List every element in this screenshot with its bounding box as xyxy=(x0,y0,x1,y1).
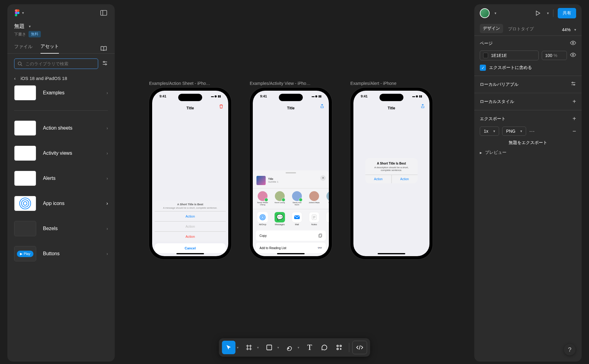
filter-button[interactable] xyxy=(102,60,108,68)
doc-title-row[interactable]: 無題 ▾ xyxy=(7,20,115,30)
section-page: ページ 100 % ✓ エクスポートに含める xyxy=(474,36,582,76)
alert-title: A Short Title Is Best xyxy=(369,162,414,165)
plus-icon[interactable]: + xyxy=(572,115,576,122)
section-local-styles[interactable]: ローカルスタイル + xyxy=(474,93,582,110)
export-scale-select[interactable]: 1x ▾ xyxy=(480,127,499,136)
activity-title: Title xyxy=(268,177,278,180)
apps-row: AirDrop 💬Messages Mail Notes Remi xyxy=(253,209,329,229)
frame-action-sheet[interactable]: Examples/Action Sheet - iPho… 9:41 ▬ ◉ ▮… xyxy=(149,81,231,259)
rectangle-tool[interactable] xyxy=(263,341,276,354)
frame-label[interactable]: Examples/Alert - iPhone xyxy=(350,81,433,86)
tab-file[interactable]: ファイル xyxy=(14,44,33,53)
dynamic-island xyxy=(178,94,202,101)
export-button[interactable]: 無題をエクスポート xyxy=(480,140,576,146)
frame-label[interactable]: Examples/Activity View - iPho… xyxy=(250,81,332,86)
pen-tool[interactable] xyxy=(283,341,296,354)
visibility-icon[interactable] xyxy=(570,53,576,58)
sheet-action-2: Action xyxy=(155,222,226,232)
asset-item-examples[interactable]: Examples › xyxy=(14,85,108,100)
frame-activity-view[interactable]: Examples/Activity View - iPho… 9:41 ▬ ◉ … xyxy=(250,81,332,259)
doc-title: 無題 xyxy=(14,23,25,30)
right-panel: ▾ ▾ 共有 デザイン プロトタイプ 44% ▾ ページ 100 xyxy=(474,4,582,362)
chevron-down-icon[interactable]: ▾ xyxy=(495,11,496,15)
phone-mockup: 9:41 ▬ ◉ ▮▮ Title Title Subtitle xyxy=(250,88,332,259)
asset-search-input[interactable] xyxy=(14,59,98,69)
color-swatch[interactable] xyxy=(483,53,488,58)
asset-item-alerts[interactable]: Alerts › xyxy=(14,171,108,186)
svg-point-11 xyxy=(21,200,29,207)
tab-design[interactable]: デザイン xyxy=(480,24,503,33)
preview-toggle[interactable]: ▸ プレビュー xyxy=(480,150,576,155)
svg-point-8 xyxy=(103,61,105,63)
toggle-sidebar-button[interactable] xyxy=(99,9,108,17)
nav-title: Title xyxy=(353,104,429,112)
figma-logo-icon xyxy=(14,9,20,17)
svg-point-29 xyxy=(574,84,575,85)
asset-item-app-icons[interactable]: App icons › xyxy=(14,196,108,211)
zoom-control[interactable]: 44% ▾ xyxy=(562,27,576,32)
shape-tool-chevron[interactable]: ▾ xyxy=(277,346,282,350)
settings-icon[interactable] xyxy=(571,81,576,88)
asset-item-bezels[interactable]: Bezels › xyxy=(14,221,108,236)
asset-thumb xyxy=(14,196,36,211)
svg-point-9 xyxy=(105,64,106,65)
svg-point-25 xyxy=(572,54,574,56)
chevron-right-icon: › xyxy=(106,176,108,181)
library-button[interactable] xyxy=(99,44,108,53)
opacity-input[interactable]: 100 % xyxy=(542,51,567,60)
nav-title: Title xyxy=(253,104,329,112)
comment-tool[interactable] xyxy=(318,341,331,354)
tab-prototype[interactable]: プロトタイプ xyxy=(507,24,535,36)
sheet-message: A message should be a short, complete se… xyxy=(158,207,223,209)
actions-tool[interactable] xyxy=(333,341,346,354)
svg-point-0 xyxy=(17,12,19,14)
svg-point-4 xyxy=(18,62,21,65)
home-indicator xyxy=(277,253,305,254)
asset-list: Examples › Action sheets › Activity view… xyxy=(7,85,115,362)
help-button[interactable]: ? xyxy=(564,344,576,355)
dev-mode-button[interactable] xyxy=(352,341,367,354)
asset-item-buttons[interactable]: ▶ Play Buttons › xyxy=(14,246,108,261)
frame-alert[interactable]: Examples/Alert - iPhone 9:41 ▬ ◉ ▮▮ Titl… xyxy=(350,81,433,259)
chevron-right-icon: › xyxy=(106,90,108,95)
svg-point-38 xyxy=(337,348,338,350)
asset-item-action-sheets[interactable]: Action sheets › xyxy=(14,120,108,136)
caret-right-icon: ▸ xyxy=(480,150,482,155)
minus-icon[interactable]: − xyxy=(572,128,576,135)
sheet-cancel: Cancel xyxy=(155,243,226,253)
tab-assets[interactable]: アセット xyxy=(40,44,59,54)
frame-label[interactable]: Examples/Action Sheet - iPho… xyxy=(149,81,231,86)
include-export-checkbox[interactable]: ✓ エクスポートに含める xyxy=(480,65,576,71)
dynamic-island xyxy=(379,94,403,101)
asset-thumb xyxy=(14,221,36,236)
svg-point-10 xyxy=(23,202,27,205)
section-local-variables[interactable]: ローカルバリアブル xyxy=(474,76,582,93)
background-color-input[interactable] xyxy=(480,51,539,60)
frame-tool[interactable] xyxy=(242,341,256,354)
asset-thumb xyxy=(14,120,36,136)
user-avatar[interactable] xyxy=(480,8,490,18)
right-panel-tabs: デザイン プロトタイプ 44% ▾ xyxy=(474,22,582,36)
chevron-down-icon: ▾ xyxy=(29,24,31,28)
move-tool[interactable] xyxy=(222,341,236,354)
export-format-select[interactable]: PNG ▾ xyxy=(502,127,526,136)
figma-menu[interactable]: ▾ xyxy=(14,9,24,17)
pen-tool-chevron[interactable]: ▾ xyxy=(298,346,302,350)
more-icon[interactable]: ⋯ xyxy=(529,128,535,135)
present-button[interactable] xyxy=(533,9,542,17)
canvas[interactable]: Examples/Action Sheet - iPho… 9:41 ▬ ◉ ▮… xyxy=(115,4,467,362)
share-button[interactable]: 共有 xyxy=(558,8,576,18)
alert-action-2: Action xyxy=(392,175,418,183)
frame-tool-chevron[interactable]: ▾ xyxy=(257,346,261,350)
asset-breadcrumb[interactable]: ‹ iOS 18 and iPadOS 18 xyxy=(7,73,115,85)
svg-point-28 xyxy=(572,82,573,83)
move-tool-chevron[interactable]: ▾ xyxy=(237,346,241,350)
section-title-page: ページ xyxy=(480,41,493,46)
text-tool[interactable]: T xyxy=(303,341,317,354)
action-sheet: A Short Title is Best A message should b… xyxy=(155,200,226,253)
chevron-down-icon[interactable]: ▾ xyxy=(547,11,549,15)
chevron-right-icon: › xyxy=(106,201,108,206)
plus-icon[interactable]: + xyxy=(572,98,576,105)
visibility-toggle[interactable] xyxy=(570,41,576,46)
asset-item-activity-views[interactable]: Activity views › xyxy=(14,146,108,161)
